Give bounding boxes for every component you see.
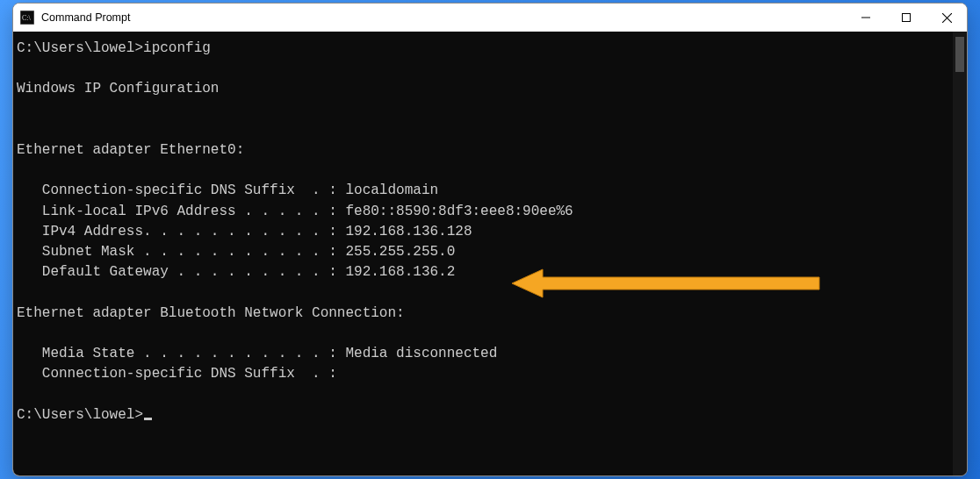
svg-text:C:\: C:\ <box>22 14 32 22</box>
dns-suffix-line: Connection-specific DNS Suffix . : <box>17 366 337 382</box>
ipv4-line: IPv4 Address. . . . . . . . . . . : 192.… <box>17 224 472 240</box>
adapter-title: Ethernet adapter Bluetooth Network Conne… <box>17 305 405 321</box>
adapter-title: Ethernet adapter Ethernet0: <box>17 142 244 158</box>
prompt: C:\Users\lowel> <box>17 40 143 56</box>
maximize-button[interactable] <box>886 4 926 32</box>
media-state-line: Media State . . . . . . . . . . . : Medi… <box>17 346 497 361</box>
command-text: ipconfig <box>143 40 211 56</box>
close-button[interactable] <box>926 4 967 32</box>
titlebar[interactable]: C:\ Command Prompt <box>13 4 967 32</box>
window-title: Command Prompt <box>41 11 130 24</box>
subnet-mask-line: Subnet Mask . . . . . . . . . . . : 255.… <box>17 244 455 260</box>
svg-rect-3 <box>903 14 911 22</box>
cmd-icon: C:\ <box>20 11 34 25</box>
scrollbar-thumb[interactable] <box>955 37 964 72</box>
terminal-area: C:\Users\lowel>ipconfig Windows IP Confi… <box>13 32 967 475</box>
dns-suffix-line: Connection-specific DNS Suffix . : local… <box>17 182 438 198</box>
command-prompt-window: C:\ Command Prompt C:\Users\lowel>ipconf… <box>12 3 968 476</box>
gateway-line: Default Gateway . . . . . . . . . : 192.… <box>17 264 455 280</box>
cursor <box>144 418 152 420</box>
output-header: Windows IP Configuration <box>17 81 219 97</box>
scrollbar[interactable] <box>953 32 967 475</box>
minimize-button[interactable] <box>846 4 886 32</box>
ipv6-line: Link-local IPv6 Address . . . . . : fe80… <box>17 204 573 219</box>
prompt: C:\Users\lowel> <box>17 407 143 423</box>
terminal-output[interactable]: C:\Users\lowel>ipconfig Windows IP Confi… <box>13 32 953 475</box>
